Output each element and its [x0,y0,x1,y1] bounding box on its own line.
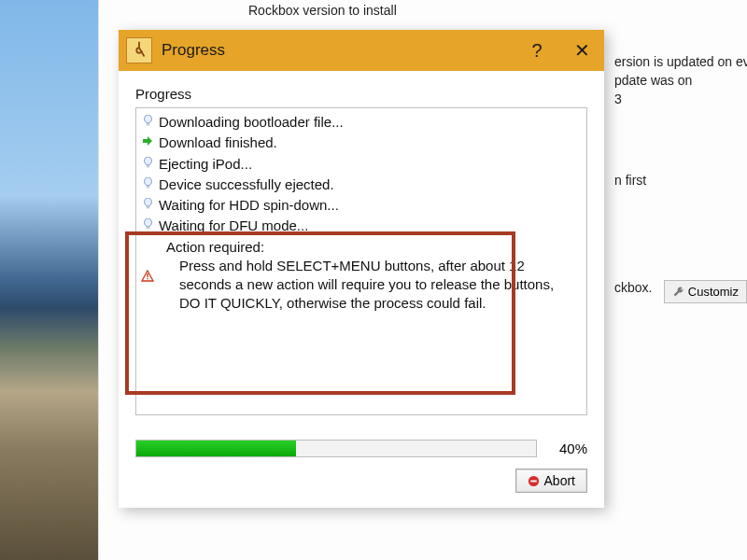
log-row: Download finished. [136,133,586,153]
svg-rect-5 [146,186,149,189]
svg-rect-1 [146,123,149,126]
svg-rect-11 [147,278,148,279]
log-row: Downloading bootloader file... [136,112,586,133]
abort-button-label: Abort [544,473,575,488]
log-text: Ejecting iPod... [159,155,581,174]
svg-rect-3 [146,164,149,167]
warning-icon [140,270,155,282]
wrench-icon [672,286,684,298]
desktop-wallpaper [0,0,98,560]
customize-button-label: Customiz [688,285,739,299]
svg-point-6 [144,198,151,206]
svg-rect-13 [530,480,537,482]
log-text: Device successfully ejected. [159,175,581,194]
app-icon [126,37,152,63]
progress-percent: 40% [546,441,587,456]
info-icon [140,218,155,231]
log-text: Waiting for DFU mode... [159,217,581,235]
svg-rect-9 [146,227,149,230]
close-button[interactable]: ✕ [559,30,604,71]
bg-text: ckbox. [614,280,652,295]
help-button[interactable]: ? [514,30,559,71]
question-icon: ? [531,40,542,62]
info-icon [140,115,155,128]
warning-heading: Action required: [166,238,581,257]
warning-block: Action required: Press and hold SELECT+M… [159,238,581,314]
dialog-titlebar[interactable]: Progress ? ✕ [119,30,604,71]
svg-point-2 [144,157,151,165]
dialog-title: Progress [162,41,225,60]
bg-text: 3 [614,91,622,106]
warning-body: Press and hold SELECT+MENU buttons, afte… [166,257,581,314]
progress-log: Downloading bootloader file... Download … [135,107,587,415]
bg-group-label: Rockbox version to install [248,3,397,18]
stop-icon [528,475,540,487]
svg-point-8 [144,218,151,227]
progress-dialog: Progress ? ✕ Progress Downloading bootlo… [119,30,604,508]
abort-button[interactable]: Abort [515,469,587,493]
log-row: Device successfully ejected. [136,175,586,195]
svg-rect-7 [146,206,149,209]
log-text: Download finished. [159,133,581,152]
section-label: Progress [135,86,587,102]
svg-point-0 [144,115,151,123]
svg-point-4 [144,177,151,186]
log-text: Waiting for HDD spin-down... [159,196,581,215]
log-row: Ejecting iPod... [136,154,586,175]
bg-text: ersion is updated on ever [614,54,747,69]
log-row-warning: Action required: Press and hold SELECT+M… [136,237,586,315]
log-row: Waiting for DFU mode... [136,216,586,236]
svg-rect-10 [147,273,148,277]
info-icon [140,198,155,211]
info-icon [140,157,155,170]
progress-bar [135,440,537,457]
bg-text: n first [614,173,646,188]
info-icon [140,177,155,190]
bg-text: pdate was on [614,73,692,88]
close-icon: ✕ [574,39,590,62]
log-row: Waiting for HDD spin-down... [136,195,586,216]
progress-fill [136,441,296,456]
customize-button[interactable]: Customiz [664,280,747,303]
log-text: Downloading bootloader file... [159,113,581,132]
success-arrow-icon [140,135,155,147]
